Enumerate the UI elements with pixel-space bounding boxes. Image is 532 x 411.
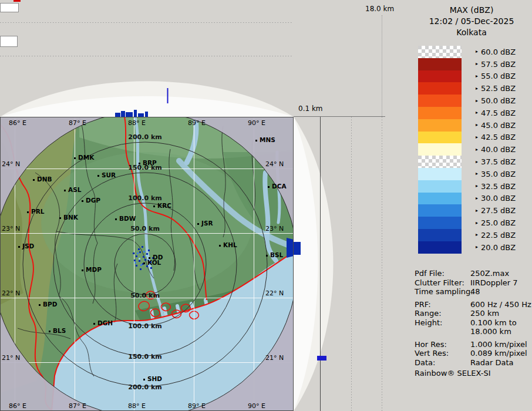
legend-label: ▸55.0 dBZ (476, 72, 516, 80)
legend-swatch (418, 82, 462, 95)
station-name: Kolkata (411, 27, 532, 38)
legend-swatch (418, 119, 462, 132)
legend-label-text: 60.0 dBZ (481, 48, 516, 56)
info-row: Clutter Filter:IIRDoppler 7 (415, 278, 531, 288)
info-label (415, 327, 470, 336)
legend-label-text: 57.5 dBZ (481, 60, 516, 69)
legend-swatch (418, 58, 462, 70)
info-value: 1.000 km/pixel (470, 340, 527, 349)
level-pointer-icon: ▸ (476, 86, 478, 91)
legend-row: ▸25.0 dBZ (418, 217, 516, 229)
info-row: Time sampling:48 (415, 287, 531, 297)
info-row: Hor Res:1.000 km/pixel (415, 340, 531, 349)
level-pointer-icon: ▸ (476, 208, 478, 213)
legend-label-text: 45.0 dBZ (481, 121, 516, 130)
legend-label-text: 25.0 dBZ (481, 218, 516, 227)
legend-label: ▸20.0 dBZ (476, 243, 516, 252)
legend-label: ▸35.0 dBZ (476, 170, 516, 178)
legend-label-text: 42.5 dBZ (481, 133, 516, 142)
dbz-colorbar: ▸60.0 dBZ▸57.5 dBZ▸55.0 dBZ▸52.5 dBZ▸50.… (418, 46, 516, 254)
legend-label-text: 52.5 dBZ (481, 84, 516, 93)
legend-swatch (418, 46, 462, 58)
legend-row: ▸55.0 dBZ (418, 70, 516, 83)
info-label: Hor Res: (415, 340, 470, 349)
level-pointer-icon: ▸ (476, 184, 478, 188)
legend-label-text: 35.0 dBZ (481, 170, 516, 178)
legend-label: ▸40.0 dBZ (476, 145, 516, 154)
echo-side-tick (317, 356, 326, 361)
legend-row: ▸20.0 dBZ (418, 241, 516, 254)
legend-row: ▸22.5 dBZ (418, 229, 516, 241)
legend-label: ▸22.5 dBZ (476, 231, 516, 240)
radar-map-graphic (0, 117, 294, 411)
info-row: 18.000 km (415, 327, 531, 336)
legend-label: ▸45.0 dBZ (476, 121, 516, 130)
ew-height-panel (0, 0, 294, 117)
legend-row: ▸47.5 dBZ (418, 107, 516, 119)
product-datetime: 12:02 / 05-Dec-2025 (411, 16, 532, 27)
info-row: Data:Radar Data (415, 358, 531, 368)
radar-product-screen: 18.0 km 0.1 km (0, 0, 532, 411)
info-label: Vert Res: (415, 349, 470, 358)
legend-label: ▸57.5 dBZ (476, 60, 516, 69)
legend-label: ▸27.5 dBZ (476, 206, 516, 215)
info-label: Clutter Filter: (415, 278, 470, 288)
info-value: IIRDoppler 7 (470, 278, 518, 288)
level-pointer-icon: ▸ (476, 245, 478, 250)
ew-height-graphic (0, 0, 294, 117)
height-min-label: 0.1 km (298, 105, 323, 113)
level-pointer-icon: ▸ (476, 135, 478, 140)
legend-swatch (418, 241, 462, 254)
legend-swatch (418, 229, 462, 241)
ns-height-panel (294, 117, 415, 411)
level-pointer-icon: ▸ (476, 123, 478, 127)
radar-map (0, 117, 294, 411)
info-row: Range:250 km (415, 309, 531, 318)
legend-label-text: 37.5 dBZ (481, 157, 516, 166)
info-label: Pdf File: (415, 269, 470, 278)
legend-row: ▸42.5 dBZ (418, 132, 516, 144)
legend-label-text: 50.0 dBZ (481, 96, 516, 105)
info-value: 48 (470, 287, 480, 297)
info-value: 600 Hz / 450 Hz (470, 300, 531, 309)
legend-label-text: 30.0 dBZ (481, 194, 516, 203)
legend-label: ▸47.5 dBZ (476, 109, 516, 117)
product-title: MAX (dBZ) (411, 5, 532, 16)
info-value: 0.100 km to (470, 318, 517, 328)
info-row: Height:0.100 km to (415, 318, 531, 328)
level-pointer-icon: ▸ (476, 99, 478, 103)
legend-row: ▸35.0 dBZ (418, 168, 516, 180)
level-pointer-icon: ▸ (476, 196, 478, 201)
legend-label: ▸32.5 dBZ (476, 182, 516, 191)
software-credit: Rainbow® SELEX-SI (415, 369, 491, 378)
legend-swatch (418, 107, 462, 119)
level-pointer-icon: ▸ (476, 74, 478, 79)
level-pointer-icon: ▸ (476, 62, 478, 66)
legend-label: ▸25.0 dBZ (476, 218, 516, 227)
level-pointer-icon: ▸ (476, 233, 478, 237)
legend-swatch (418, 168, 462, 180)
legend-swatch (418, 156, 462, 168)
legend-row: ▸27.5 dBZ (418, 204, 516, 217)
level-pointer-icon: ▸ (476, 110, 478, 115)
product-info-block: Pdf File:250Z.maxClutter Filter:IIRDoppl… (415, 269, 531, 367)
legend-panel: MAX (dBZ) 12:02 / 05-Dec-2025 Kolkata ▸6… (411, 0, 532, 411)
legend-row: ▸45.0 dBZ (418, 119, 516, 132)
legend-label-text: 22.5 dBZ (481, 231, 516, 240)
legend-label-text: 20.0 dBZ (481, 243, 516, 252)
level-pointer-icon: ▸ (476, 221, 478, 225)
legend-label-text: 40.0 dBZ (481, 145, 516, 154)
legend-swatch (418, 217, 462, 229)
legend-label: ▸30.0 dBZ (476, 194, 516, 203)
info-label: Time sampling: (415, 287, 470, 297)
legend-label: ▸52.5 dBZ (476, 84, 516, 93)
info-value: 18.000 km (470, 327, 511, 336)
echo-side-projection (294, 242, 301, 255)
info-label: Data: (415, 358, 470, 368)
info-value: Radar Data (470, 358, 513, 368)
legend-label-text: 32.5 dBZ (481, 182, 516, 191)
info-label: PRF: (415, 300, 470, 309)
legend-row: ▸30.0 dBZ (418, 193, 516, 205)
ns-height-graphic (294, 117, 415, 411)
legend-row: ▸32.5 dBZ (418, 180, 516, 193)
